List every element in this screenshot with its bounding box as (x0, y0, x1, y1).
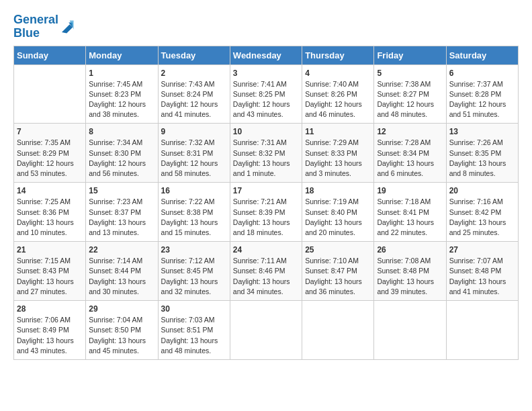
calendar-cell: 5Sunrise: 7:38 AMSunset: 8:27 PMDaylight… (374, 64, 446, 124)
day-number: 7 (17, 127, 83, 136)
day-info: Sunrise: 7:45 AMSunset: 8:23 PMDaylight:… (89, 79, 154, 120)
day-info: Sunrise: 7:04 AMSunset: 8:50 PMDaylight:… (89, 315, 154, 356)
day-info: Sunrise: 7:25 AMSunset: 8:36 PMDaylight:… (17, 197, 83, 238)
day-info: Sunrise: 7:29 AMSunset: 8:33 PMDaylight:… (305, 138, 371, 179)
day-info: Sunrise: 7:23 AMSunset: 8:37 PMDaylight:… (89, 197, 154, 238)
day-number: 15 (89, 186, 154, 195)
day-number: 19 (377, 186, 443, 195)
day-info: Sunrise: 7:15 AMSunset: 8:43 PMDaylight:… (17, 256, 83, 297)
day-number: 6 (449, 68, 515, 78)
calendar-cell: 17Sunrise: 7:21 AMSunset: 8:39 PMDayligh… (230, 183, 302, 242)
logo-text: GeneralBlue (13, 13, 58, 40)
calendar-cell: 2Sunrise: 7:43 AMSunset: 8:24 PMDaylight… (158, 64, 230, 124)
day-number: 10 (233, 127, 299, 136)
calendar-cell: 22Sunrise: 7:14 AMSunset: 8:44 PMDayligh… (86, 242, 158, 301)
day-number: 4 (305, 68, 371, 78)
day-number: 3 (233, 68, 299, 78)
day-number: 1 (89, 68, 154, 78)
calendar-cell: 16Sunrise: 7:22 AMSunset: 8:38 PMDayligh… (158, 183, 230, 242)
day-number: 9 (161, 127, 227, 136)
calendar-cell: 21Sunrise: 7:15 AMSunset: 8:43 PMDayligh… (14, 242, 86, 301)
calendar-cell: 19Sunrise: 7:18 AMSunset: 8:41 PMDayligh… (374, 183, 446, 242)
day-info: Sunrise: 7:40 AMSunset: 8:26 PMDaylight:… (305, 79, 371, 120)
calendar-cell: 10Sunrise: 7:31 AMSunset: 8:32 PMDayligh… (230, 124, 302, 183)
day-info: Sunrise: 7:14 AMSunset: 8:44 PMDaylight:… (89, 256, 154, 297)
weekday-header-friday: Friday (374, 46, 446, 64)
calendar-cell: 14Sunrise: 7:25 AMSunset: 8:36 PMDayligh… (14, 183, 86, 242)
day-number: 2 (161, 68, 227, 78)
weekday-header-wednesday: Wednesday (230, 46, 302, 64)
day-info: Sunrise: 7:16 AMSunset: 8:42 PMDaylight:… (449, 197, 515, 238)
day-info: Sunrise: 7:12 AMSunset: 8:45 PMDaylight:… (161, 256, 227, 297)
calendar-cell: 9Sunrise: 7:32 AMSunset: 8:31 PMDaylight… (158, 124, 230, 183)
day-info: Sunrise: 7:28 AMSunset: 8:34 PMDaylight:… (377, 138, 443, 179)
calendar-cell (374, 301, 446, 360)
day-info: Sunrise: 7:22 AMSunset: 8:38 PMDaylight:… (161, 197, 227, 238)
day-number: 8 (89, 127, 154, 136)
day-number: 27 (449, 245, 515, 255)
calendar-cell (230, 301, 302, 360)
day-number: 16 (161, 186, 227, 195)
calendar-cell (446, 301, 518, 360)
calendar-cell (14, 64, 86, 124)
day-number: 25 (305, 245, 371, 255)
day-number: 23 (161, 245, 227, 255)
calendar-cell: 3Sunrise: 7:41 AMSunset: 8:25 PMDaylight… (230, 64, 302, 124)
calendar-cell: 30Sunrise: 7:03 AMSunset: 8:51 PMDayligh… (158, 301, 230, 360)
calendar-cell: 15Sunrise: 7:23 AMSunset: 8:37 PMDayligh… (86, 183, 158, 242)
day-number: 12 (377, 127, 443, 136)
day-info: Sunrise: 7:31 AMSunset: 8:32 PMDaylight:… (233, 138, 299, 179)
calendar-cell: 28Sunrise: 7:06 AMSunset: 8:49 PMDayligh… (14, 301, 86, 360)
calendar-cell: 25Sunrise: 7:10 AMSunset: 8:47 PMDayligh… (302, 242, 374, 301)
logo-icon (60, 19, 75, 34)
day-info: Sunrise: 7:34 AMSunset: 8:30 PMDaylight:… (89, 138, 154, 179)
day-info: Sunrise: 7:06 AMSunset: 8:49 PMDaylight:… (17, 315, 83, 356)
calendar-cell: 11Sunrise: 7:29 AMSunset: 8:33 PMDayligh… (302, 124, 374, 183)
day-number: 14 (17, 186, 83, 195)
day-info: Sunrise: 7:21 AMSunset: 8:39 PMDaylight:… (233, 197, 299, 238)
calendar-cell: 13Sunrise: 7:26 AMSunset: 8:35 PMDayligh… (446, 124, 518, 183)
day-number: 30 (161, 304, 227, 314)
day-info: Sunrise: 7:26 AMSunset: 8:35 PMDaylight:… (449, 138, 515, 179)
day-number: 26 (377, 245, 443, 255)
calendar-cell: 12Sunrise: 7:28 AMSunset: 8:34 PMDayligh… (374, 124, 446, 183)
calendar-cell: 26Sunrise: 7:08 AMSunset: 8:48 PMDayligh… (374, 242, 446, 301)
day-info: Sunrise: 7:07 AMSunset: 8:48 PMDaylight:… (449, 256, 515, 297)
day-info: Sunrise: 7:41 AMSunset: 8:25 PMDaylight:… (233, 79, 299, 120)
day-info: Sunrise: 7:19 AMSunset: 8:40 PMDaylight:… (305, 197, 371, 238)
day-info: Sunrise: 7:32 AMSunset: 8:31 PMDaylight:… (161, 138, 227, 179)
weekday-header-monday: Monday (86, 46, 158, 64)
day-number: 28 (17, 304, 83, 314)
page-header: GeneralBlue (13, 13, 519, 40)
day-number: 24 (233, 245, 299, 255)
day-info: Sunrise: 7:08 AMSunset: 8:48 PMDaylight:… (377, 256, 443, 297)
day-info: Sunrise: 7:37 AMSunset: 8:28 PMDaylight:… (449, 79, 515, 120)
day-number: 20 (449, 186, 515, 195)
calendar-cell (302, 301, 374, 360)
calendar-cell: 23Sunrise: 7:12 AMSunset: 8:45 PMDayligh… (158, 242, 230, 301)
day-number: 29 (89, 304, 154, 314)
weekday-header-tuesday: Tuesday (158, 46, 230, 64)
day-number: 21 (17, 245, 83, 255)
day-info: Sunrise: 7:38 AMSunset: 8:27 PMDaylight:… (377, 79, 443, 120)
day-info: Sunrise: 7:18 AMSunset: 8:41 PMDaylight:… (377, 197, 443, 238)
calendar-cell: 4Sunrise: 7:40 AMSunset: 8:26 PMDaylight… (302, 64, 374, 124)
calendar-cell: 1Sunrise: 7:45 AMSunset: 8:23 PMDaylight… (86, 64, 158, 124)
calendar-cell: 7Sunrise: 7:35 AMSunset: 8:29 PMDaylight… (14, 124, 86, 183)
day-info: Sunrise: 7:03 AMSunset: 8:51 PMDaylight:… (161, 315, 227, 356)
day-info: Sunrise: 7:10 AMSunset: 8:47 PMDaylight:… (305, 256, 371, 297)
day-number: 13 (449, 127, 515, 136)
day-number: 18 (305, 186, 371, 195)
day-number: 5 (377, 68, 443, 78)
day-info: Sunrise: 7:35 AMSunset: 8:29 PMDaylight:… (17, 138, 83, 179)
day-number: 11 (305, 127, 371, 136)
day-number: 17 (233, 186, 299, 195)
weekday-header-thursday: Thursday (302, 46, 374, 64)
calendar-cell: 20Sunrise: 7:16 AMSunset: 8:42 PMDayligh… (446, 183, 518, 242)
weekday-header-saturday: Saturday (446, 46, 518, 64)
day-info: Sunrise: 7:43 AMSunset: 8:24 PMDaylight:… (161, 79, 227, 120)
calendar-cell: 8Sunrise: 7:34 AMSunset: 8:30 PMDaylight… (86, 124, 158, 183)
calendar-cell: 6Sunrise: 7:37 AMSunset: 8:28 PMDaylight… (446, 64, 518, 124)
calendar-cell: 29Sunrise: 7:04 AMSunset: 8:50 PMDayligh… (86, 301, 158, 360)
calendar-cell: 24Sunrise: 7:11 AMSunset: 8:46 PMDayligh… (230, 242, 302, 301)
